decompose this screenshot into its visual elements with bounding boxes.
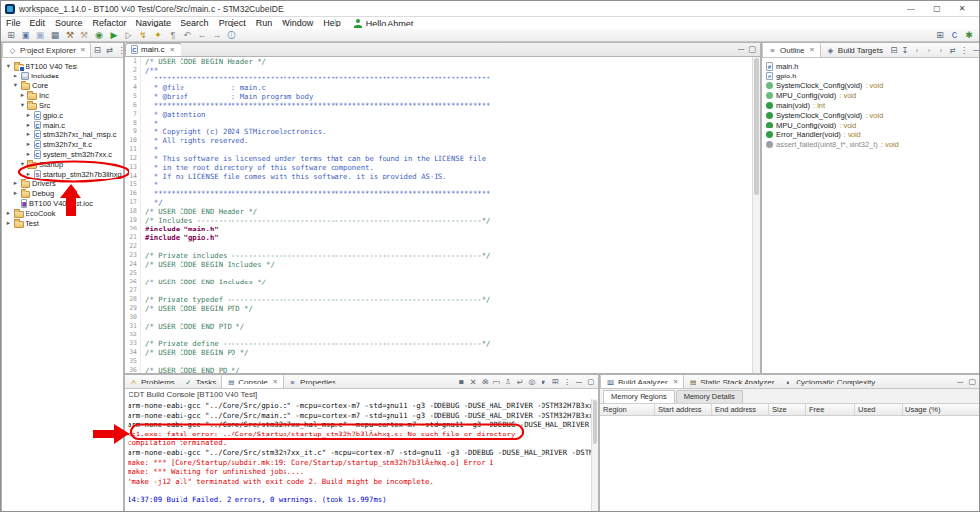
console-output[interactable]: arm-none-eabi-gcc "../Core/Src/gpio.c" -… bbox=[125, 399, 591, 512]
tree-item[interactable]: stm32h7xx_it.c bbox=[2, 139, 123, 149]
hide-static-members-icon[interactable]: ◦ bbox=[923, 44, 935, 57]
close-icon[interactable] bbox=[273, 378, 278, 385]
view-tab[interactable]: Problems bbox=[125, 375, 180, 388]
tree-item[interactable]: Inc bbox=[2, 90, 123, 100]
view-tab[interactable]: Build Analyzer bbox=[600, 375, 684, 388]
flash-programmer-icon[interactable]: ↯ bbox=[136, 29, 150, 41]
expander-icon[interactable] bbox=[26, 130, 32, 138]
maximize-icon[interactable]: ▢ bbox=[585, 376, 596, 388]
view-tab[interactable]: Console bbox=[221, 375, 284, 388]
debug-icon[interactable]: ◉ bbox=[92, 29, 106, 41]
user-account[interactable]: Hello Ahmet bbox=[354, 19, 414, 28]
expander-icon[interactable] bbox=[5, 209, 12, 217]
word-wrap-icon[interactable]: ↵ bbox=[514, 376, 526, 388]
outline-item[interactable]: gpio.h bbox=[766, 71, 980, 80]
run-icon[interactable]: ▶ bbox=[107, 29, 121, 41]
scrollbar-thumb[interactable] bbox=[593, 400, 597, 444]
device-configuration-icon[interactable]: ▦ bbox=[48, 29, 62, 41]
menu-item[interactable]: Project bbox=[214, 17, 251, 29]
outline-item[interactable]: MPU_Config(void) : void bbox=[766, 120, 980, 129]
expander-icon[interactable] bbox=[26, 170, 32, 178]
debug-perspective-icon[interactable]: ✱ bbox=[962, 29, 976, 41]
menu-item[interactable]: Edit bbox=[26, 17, 51, 29]
tree-item[interactable]: startup_stm32h7b3lihxq.s bbox=[2, 169, 123, 179]
view-menu-icon[interactable]: ⋮ bbox=[958, 44, 970, 57]
window-close-button[interactable]: ✕ bbox=[950, 1, 975, 17]
collapse-all-icon[interactable]: ⊟ bbox=[888, 44, 900, 57]
menu-item[interactable]: Run bbox=[251, 17, 278, 29]
tree-item[interactable]: Startup bbox=[2, 159, 123, 169]
minimize-icon[interactable]: ─ bbox=[970, 44, 980, 57]
search-icon[interactable]: ✦ bbox=[151, 29, 165, 41]
build-all-icon[interactable]: ⚒ bbox=[77, 29, 91, 41]
expander-icon[interactable] bbox=[19, 160, 26, 168]
forward-icon[interactable]: → bbox=[210, 29, 224, 41]
menu-item[interactable]: Window bbox=[277, 17, 318, 29]
clear-console-icon[interactable]: ▭ bbox=[490, 376, 502, 388]
mark-occurrences-icon[interactable]: ¶ bbox=[166, 29, 180, 41]
tree-item[interactable]: Includes bbox=[2, 71, 123, 80]
table-column-header[interactable]: Start address bbox=[655, 404, 712, 415]
remove-launch-icon[interactable]: ✕ bbox=[467, 376, 479, 388]
tree-item[interactable]: gpio.c bbox=[2, 110, 123, 120]
menu-item[interactable]: Navigate bbox=[131, 17, 177, 29]
tree-item[interactable]: BT100 V40 Test.ioc bbox=[2, 198, 123, 208]
menu-item[interactable]: Source bbox=[50, 17, 88, 29]
link-editor-icon[interactable]: ⇄ bbox=[947, 44, 958, 57]
expander-icon[interactable] bbox=[26, 140, 32, 148]
expander-icon[interactable] bbox=[12, 200, 19, 207]
external-tools-icon[interactable]: ▷ bbox=[122, 29, 135, 41]
info-icon[interactable]: ⓘ bbox=[225, 29, 238, 41]
tree-item[interactable]: EcoCook bbox=[2, 208, 123, 218]
open-perspective-icon[interactable]: ⊞ bbox=[933, 29, 947, 41]
outline-item[interactable]: main(void) : int bbox=[766, 100, 980, 110]
scroll-lock-icon[interactable]: ⇩ bbox=[502, 376, 514, 388]
minimize-icon[interactable]: ─ bbox=[735, 43, 747, 56]
menu-item[interactable]: File bbox=[1, 17, 26, 29]
cpp-perspective-icon[interactable]: C bbox=[948, 29, 961, 41]
pin-console-icon[interactable]: ◎ bbox=[526, 376, 538, 388]
expander-icon[interactable] bbox=[5, 219, 12, 227]
expander-icon[interactable] bbox=[12, 189, 19, 197]
tree-item[interactable]: system_stm32h7xx.c bbox=[2, 149, 123, 159]
view-tab[interactable]: Static Stack Analyzer bbox=[684, 375, 779, 388]
hide-non-public-members-icon[interactable]: ◦ bbox=[935, 44, 947, 57]
maximize-icon[interactable]: ▢ bbox=[966, 376, 978, 388]
tab-project-explorer[interactable]: Project Explorer bbox=[2, 43, 91, 57]
window-maximize-button[interactable]: ▢ bbox=[924, 1, 950, 17]
tree-item[interactable]: BT100 V40 Test bbox=[2, 61, 123, 71]
close-icon[interactable] bbox=[673, 378, 678, 385]
terminate-icon[interactable]: ■ bbox=[455, 376, 467, 388]
minimize-icon[interactable]: ─ bbox=[573, 376, 585, 388]
window-minimize-button[interactable]: — bbox=[899, 1, 924, 17]
collapse-all-icon[interactable]: ⊟ bbox=[91, 44, 103, 57]
outline-item[interactable]: MPU_Config(void) : void bbox=[766, 90, 980, 100]
table-column-header[interactable]: Used bbox=[855, 404, 903, 415]
menu-item[interactable]: Help bbox=[318, 17, 346, 29]
expander-icon[interactable] bbox=[26, 150, 32, 158]
console-scrollbar[interactable] bbox=[591, 399, 598, 512]
view-menu-icon[interactable]: ⋮ bbox=[561, 376, 573, 388]
tree-item[interactable]: Test bbox=[2, 218, 123, 228]
view-tab[interactable]: Properties bbox=[284, 375, 340, 388]
tree-item[interactable]: Debug bbox=[2, 188, 123, 198]
table-column-header[interactable]: Usage (%) bbox=[903, 404, 980, 415]
tree-item[interactable]: Drivers bbox=[2, 179, 123, 188]
expander-icon[interactable] bbox=[12, 72, 19, 79]
table-column-header[interactable]: End address bbox=[712, 404, 769, 415]
last-edit-location-icon[interactable]: ↶ bbox=[181, 29, 194, 41]
expander-icon[interactable] bbox=[26, 111, 32, 119]
outline-item[interactable]: SystemClock_Config(void) : void bbox=[766, 110, 980, 120]
view-tab[interactable]: Build Targets bbox=[821, 43, 888, 57]
table-column-header[interactable]: Free bbox=[806, 404, 855, 415]
outline-item[interactable]: assert_failed(uint8_t*, uint32_t) : void bbox=[766, 139, 980, 149]
memory-subtab[interactable]: Memory Regions bbox=[603, 390, 675, 403]
link-editor-icon[interactable]: ⇄ bbox=[103, 44, 115, 57]
close-icon[interactable] bbox=[170, 46, 175, 54]
save-all-icon[interactable]: ▣ bbox=[33, 29, 47, 41]
tree-item[interactable]: Src bbox=[2, 100, 123, 110]
new-wizard-icon[interactable]: ⊞ bbox=[4, 29, 18, 41]
menu-item[interactable]: Refactor bbox=[88, 17, 131, 29]
outline-item[interactable]: main.h bbox=[766, 61, 980, 71]
view-tab[interactable]: Cyclomatic Complexity bbox=[779, 375, 880, 388]
